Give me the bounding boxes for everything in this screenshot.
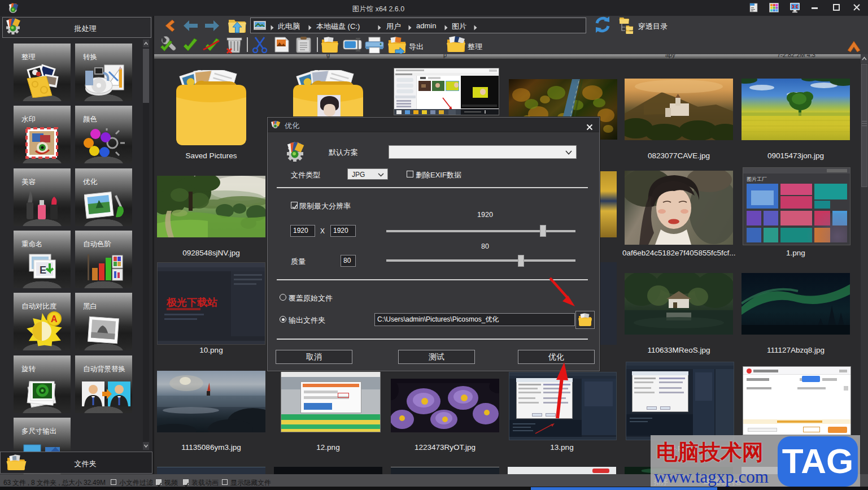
svg-text:E: E: [40, 264, 46, 276]
svg-text:A: A: [51, 314, 58, 324]
